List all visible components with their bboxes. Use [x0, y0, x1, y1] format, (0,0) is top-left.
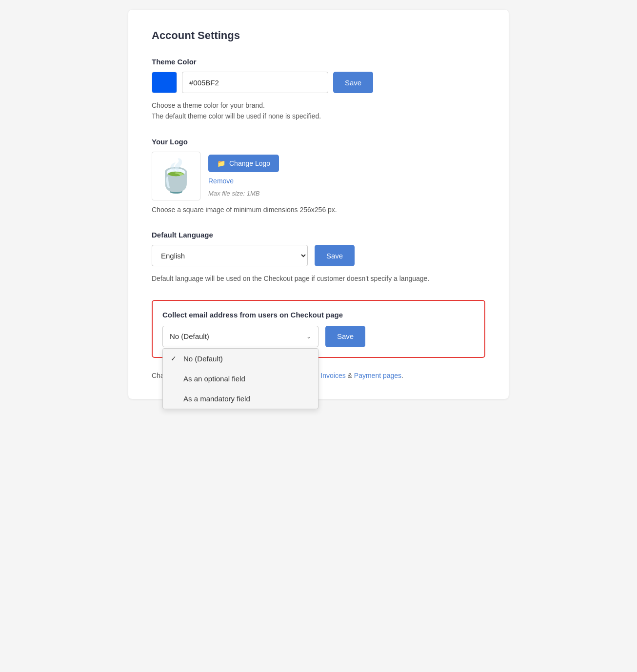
email-collect-dropdown-container: No (Default) ⌄ ✓ No (Default) As an opti… [162, 326, 318, 347]
logo-hint: Choose a square image of minimum dimensi… [152, 204, 485, 215]
theme-color-save-button[interactable]: Save [333, 72, 373, 93]
theme-color-hint: Choose a theme color for your brand. The… [152, 100, 485, 122]
color-swatch[interactable] [152, 72, 177, 93]
dropdown-option-label: As an optional field [183, 375, 245, 383]
logo-preview: 🍵 [152, 152, 200, 200]
language-hint: Default language will be used on the Che… [152, 273, 485, 284]
language-select[interactable]: English Spanish French German Portuguese [152, 245, 308, 266]
remove-logo-button[interactable]: Remove [208, 177, 279, 185]
dropdown-option-mandatory[interactable]: As a mandatory field [163, 389, 318, 409]
theme-color-row: Save [152, 72, 485, 93]
dropdown-option-label: As a mandatory field [183, 395, 250, 403]
dropdown-selected-value: No (Default) [170, 332, 209, 340]
email-collect-dropdown-trigger[interactable]: No (Default) ⌄ [162, 326, 318, 347]
dropdown-option-label: No (Default) [183, 355, 223, 363]
theme-color-section: Theme Color Save Choose a theme color fo… [152, 58, 485, 122]
language-row: English Spanish French German Portuguese… [152, 245, 485, 266]
page-title: Account Settings [152, 29, 485, 42]
payment-pages-link[interactable]: Payment pages [354, 372, 401, 379]
change-logo-button[interactable]: 📁 Change Logo [208, 155, 279, 172]
max-file-text: Max file size: 1MB [208, 190, 279, 197]
logo-section: Your Logo 🍵 📁 Change Logo Remove Max fil… [152, 138, 485, 215]
theme-color-label: Theme Color [152, 58, 485, 66]
email-collect-save-button[interactable]: Save [325, 326, 365, 347]
dropdown-option-no-default[interactable]: ✓ No (Default) [163, 349, 318, 369]
email-collect-dropdown-menu: ✓ No (Default) As an optional field As a… [162, 348, 318, 409]
account-settings-page: Account Settings Theme Color Save Choose… [128, 10, 509, 399]
dropdown-option-optional[interactable]: As an optional field [163, 369, 318, 389]
chevron-down-icon: ⌄ [306, 333, 311, 340]
color-input[interactable] [182, 72, 328, 93]
checkmark-icon: ✓ [171, 355, 179, 362]
logo-image: 🍵 [157, 160, 196, 192]
email-collect-label: Collect email address from users on Chec… [162, 311, 475, 319]
language-section: Default Language English Spanish French … [152, 231, 485, 284]
language-label: Default Language [152, 231, 485, 239]
logo-label: Your Logo [152, 138, 485, 146]
logo-row: 🍵 📁 Change Logo Remove Max file size: 1M… [152, 152, 485, 200]
email-collect-section: Collect email address from users on Chec… [152, 300, 485, 358]
folder-icon: 📁 [217, 159, 225, 167]
language-save-button[interactable]: Save [315, 245, 355, 266]
logo-actions: 📁 Change Logo Remove Max file size: 1MB [208, 155, 279, 197]
email-collect-row: No (Default) ⌄ ✓ No (Default) As an opti… [162, 326, 475, 347]
invoices-link[interactable]: Invoices [320, 372, 345, 379]
